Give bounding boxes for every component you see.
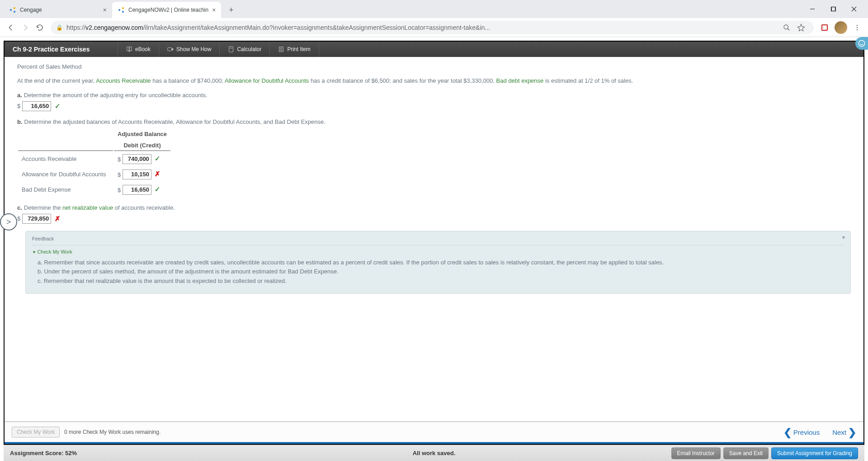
address-bar[interactable]: 🔒 https://v2.cengagenow.com/ilrn/takeAss…	[51, 21, 814, 34]
drawer-expand-button[interactable]: >	[0, 213, 17, 230]
check-icon: ✓	[155, 185, 160, 193]
svg-point-2	[14, 11, 15, 13]
window-close-button[interactable]	[844, 0, 864, 18]
profile-avatar[interactable]	[835, 21, 847, 34]
url-text: https://v2.cengagenow.com/ilrn/takeAssig…	[66, 24, 779, 31]
check-icon: ✓	[55, 102, 61, 110]
maximize-button[interactable]	[823, 0, 844, 18]
minimize-button[interactable]	[802, 0, 823, 18]
browser-tab-active[interactable]: CengageNOWv2 | Online teachin ×	[112, 2, 221, 18]
assignment-score: Assignment Score: 52%	[10, 450, 292, 456]
tab-title: CengageNOWv2 | Online teachin	[128, 7, 208, 13]
cengage-favicon	[118, 6, 125, 14]
new-tab-button[interactable]: +	[225, 4, 237, 16]
back-button[interactable]	[4, 20, 18, 35]
svg-point-1	[14, 7, 15, 9]
save-status: All work saved.	[292, 450, 575, 456]
tab-title: Cengage	[20, 7, 99, 13]
svg-point-15	[857, 29, 858, 30]
question-a: a.Determine the amount of the adjusting …	[17, 92, 851, 99]
currency-symbol: $	[17, 215, 20, 222]
print-icon	[278, 46, 284, 52]
svg-point-0	[10, 9, 12, 11]
calculator-button[interactable]: Calculator	[219, 42, 269, 57]
cmw-remaining-text: 0 more Check My Work uses remaining.	[64, 429, 160, 435]
feedback-item: c. Remember that net realizable value is…	[38, 277, 844, 286]
table-subheader: Debit (Credit)	[114, 140, 170, 151]
balance-table: Adjusted Balance Debit (Credit) Accounts…	[17, 128, 171, 198]
svg-rect-17	[168, 48, 172, 51]
x-icon: ✗	[55, 215, 61, 223]
calculator-icon	[228, 46, 234, 52]
problem-statement: At the end of the current year, Accounts…	[17, 76, 851, 85]
bad-debt-balance-input[interactable]	[123, 185, 151, 195]
submit-assignment-button[interactable]: Submit Assignment for Grading	[771, 447, 858, 459]
cengage-favicon	[9, 6, 16, 14]
svg-point-5	[122, 11, 124, 13]
check-my-work-button[interactable]: Check My Work	[12, 427, 60, 437]
email-instructor-button[interactable]: Email Instructor	[671, 447, 721, 459]
check-icon: ✓	[155, 155, 160, 162]
star-icon[interactable]	[794, 20, 808, 35]
feedback-panel: ▼ Feedback Check My Work a. Remember tha…	[25, 231, 851, 294]
currency-symbol: $	[17, 103, 20, 109]
collapse-icon[interactable]: ▼	[841, 235, 846, 240]
save-and-exit-button[interactable]: Save and Exit	[723, 447, 769, 459]
svg-point-4	[122, 7, 124, 9]
svg-point-11	[784, 25, 788, 29]
close-icon[interactable]: ×	[212, 6, 216, 14]
print-item-button[interactable]: Print Item	[269, 42, 319, 57]
x-icon: ✗	[155, 170, 160, 178]
allowance-balance-input[interactable]	[123, 169, 151, 179]
help-button[interactable]	[855, 37, 868, 50]
question-b: b.Determine the adjusted balances of Acc…	[17, 118, 851, 125]
feedback-item: a. Remember that since accounts receivab…	[38, 258, 844, 268]
browser-tab[interactable]: Cengage ×	[4, 2, 112, 18]
ar-balance-input[interactable]	[123, 154, 151, 164]
show-me-how-button[interactable]: Show Me How	[159, 42, 219, 57]
assignment-title: Ch 9-2 Practice Exercises	[5, 42, 118, 57]
method-title: Percent of Sales Method	[17, 63, 851, 70]
answer-a-input[interactable]	[22, 101, 51, 111]
feedback-title: Feedback	[32, 236, 844, 245]
table-header: Adjusted Balance	[114, 129, 170, 139]
svg-rect-18	[229, 47, 233, 52]
next-button[interactable]: Next❯	[832, 428, 856, 436]
ebook-button[interactable]: eBook	[118, 42, 159, 57]
svg-point-16	[859, 40, 865, 47]
feedback-item: b. Under the percent of sales method, th…	[38, 267, 844, 277]
table-row: Accounts Receivable $ ✓	[18, 152, 170, 166]
question-c: c.Determine the net realizable value of …	[17, 204, 851, 211]
svg-point-14	[857, 27, 858, 28]
zoom-icon[interactable]	[779, 20, 794, 35]
reload-button[interactable]	[33, 20, 47, 35]
close-icon[interactable]: ×	[103, 6, 107, 14]
book-icon	[126, 46, 132, 52]
table-row: Allowance for Doubtful Accounts $ ✗	[18, 167, 170, 182]
svg-point-3	[118, 9, 120, 11]
answer-c-input[interactable]	[22, 214, 51, 224]
svg-point-13	[857, 25, 858, 26]
menu-icon[interactable]	[850, 20, 864, 35]
svg-line-12	[788, 28, 789, 30]
check-my-work-link[interactable]: Check My Work	[32, 249, 72, 254]
table-row: Bad Debt Expense $ ✓	[18, 183, 170, 197]
extension-icon[interactable]	[817, 20, 832, 35]
previous-button[interactable]: ❮Previous	[783, 428, 820, 436]
video-icon	[167, 46, 174, 52]
forward-button[interactable]	[18, 20, 33, 35]
lock-icon: 🔒	[56, 24, 63, 31]
